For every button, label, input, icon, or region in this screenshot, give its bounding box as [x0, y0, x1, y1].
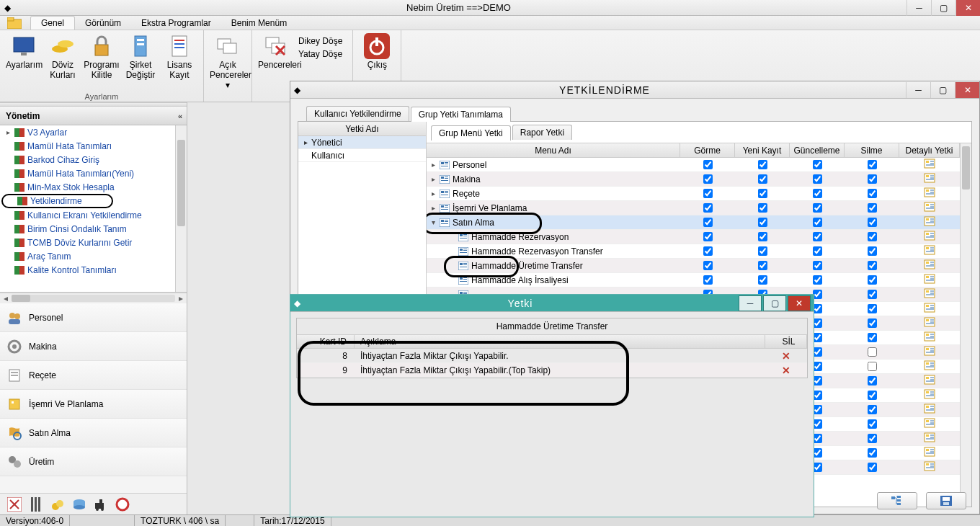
chk-yenikayit[interactable] — [758, 261, 767, 270]
tree-node[interactable]: Kalite Kontrol Tanımları — [0, 263, 175, 277]
tool-icon-2[interactable] — [29, 497, 43, 512]
grid-row[interactable]: Hammadde Rezervasyon Transfer — [427, 244, 960, 259]
chk-silme[interactable] — [868, 218, 877, 227]
detail-button[interactable] — [924, 389, 935, 399]
detail-button[interactable] — [924, 331, 935, 342]
detail-button[interactable] — [924, 259, 935, 269]
chk-silme[interactable] — [868, 189, 877, 198]
chk-silme[interactable] — [868, 232, 877, 241]
grid-scrollbar[interactable] — [960, 143, 971, 507]
chk-yenikayit[interactable] — [758, 232, 767, 241]
tree-node[interactable]: Min-Max Stok Hesapla — [0, 180, 175, 194]
grid-col-header[interactable]: Yeni Kayıt — [735, 143, 790, 157]
chk-silme[interactable] — [868, 405, 877, 414]
app-menu-icon[interactable] — [7, 17, 22, 29]
popup-close-button[interactable]: ✕ — [788, 295, 811, 311]
chk-silme[interactable] — [868, 246, 877, 256]
chk-gorme[interactable] — [703, 275, 713, 285]
chk-yenikayit[interactable] — [758, 275, 767, 285]
tool-icon-5[interactable] — [94, 497, 108, 512]
grid-col-header[interactable]: Güncelleme — [790, 143, 845, 157]
ribbon-windowsx[interactable]: Pencereleri — [258, 33, 294, 90]
chk-gorme[interactable] — [703, 246, 713, 256]
ribbon-doc[interactable]: LisansKayıt — [161, 33, 197, 81]
tree-node[interactable]: Barkod Cihaz Giriş — [0, 153, 175, 166]
tree-node[interactable]: Mamül Hata Tanımları(Yeni) — [0, 166, 175, 180]
chk-guncelleme[interactable] — [813, 261, 822, 270]
chk-guncelleme[interactable] — [813, 203, 822, 213]
chk-gorme[interactable] — [703, 203, 713, 213]
win-min-button[interactable]: ─ — [906, 82, 930, 98]
chk-silme[interactable] — [868, 160, 877, 169]
detail-button[interactable] — [924, 274, 935, 284]
tree-node[interactable]: Yetkilendirme — [1, 194, 113, 208]
ribbon-coins[interactable]: DövizKurları — [45, 33, 81, 81]
grid-col-header[interactable]: Menu Adı — [427, 143, 680, 157]
grid-row[interactable]: ▾Satın Alma — [427, 215, 960, 230]
chk-yenikayit[interactable] — [758, 203, 767, 213]
tab[interactable]: Grup Yetki Tanımlama — [411, 107, 511, 122]
chk-yenikayit[interactable] — [758, 174, 767, 184]
detail-button[interactable] — [924, 303, 935, 313]
detail-button[interactable] — [924, 231, 935, 241]
detail-button[interactable] — [924, 404, 935, 414]
tool-icon-6[interactable] — [115, 497, 130, 512]
ribbon-screen[interactable]: Ayarlarım — [6, 33, 42, 81]
tree-button[interactable] — [877, 492, 917, 509]
detail-button[interactable] — [924, 461, 935, 471]
chk-silme[interactable] — [868, 434, 877, 443]
grid-col-header[interactable]: Silme — [845, 143, 899, 157]
tool-icon-3[interactable] — [50, 497, 65, 512]
chk-guncelleme[interactable] — [813, 174, 822, 184]
chk-silme[interactable] — [868, 463, 877, 472]
grid-row[interactable]: ▸İşemri Ve Planlama — [427, 201, 960, 215]
detail-button[interactable] — [924, 360, 935, 370]
subtab[interactable]: Rapor Yetki — [512, 125, 572, 140]
detail-button[interactable] — [924, 288, 935, 298]
chk-gorme[interactable] — [703, 261, 713, 270]
detail-button[interactable] — [924, 375, 935, 385]
detail-button[interactable] — [924, 418, 935, 428]
subtab[interactable]: Grup Menü Yetki — [431, 125, 511, 141]
detail-button[interactable] — [924, 432, 935, 442]
chk-silme[interactable] — [868, 376, 877, 385]
tree-node[interactable]: Mamül Hata Tanımları — [0, 139, 175, 153]
popup-max-button[interactable]: ▢ — [763, 295, 786, 311]
tree-node[interactable]: Araç Tanım — [0, 249, 175, 263]
menu-ekstra programlar[interactable]: Ekstra Programlar — [131, 17, 221, 30]
chk-silme[interactable] — [868, 419, 877, 429]
arrange-option[interactable]: Yatay Döşe — [298, 49, 342, 59]
detail-button[interactable] — [924, 173, 935, 183]
tree-hscroll[interactable]: ◂▸ — [0, 293, 187, 303]
chk-silme[interactable] — [868, 275, 877, 285]
grid-row[interactable]: Hammadde Rezervasyon — [427, 230, 960, 244]
chk-yenikayit[interactable] — [758, 160, 767, 169]
yetki-adi-row[interactable]: ▸Yönetici — [298, 136, 426, 149]
chk-silme[interactable] — [868, 174, 877, 184]
tab[interactable]: Kullanıcı Yetkilendirme — [306, 106, 409, 121]
ribbon-server[interactable]: ŞirketDeğiştir — [122, 33, 159, 81]
chk-guncelleme[interactable] — [813, 160, 822, 169]
chk-silme[interactable] — [868, 347, 877, 357]
tool-icon-4[interactable] — [72, 497, 86, 512]
chk-gorme[interactable] — [703, 174, 713, 184]
win-max-button[interactable]: ▢ — [930, 82, 955, 98]
grid-row[interactable]: ▸Reçete — [427, 187, 960, 201]
chk-silme[interactable] — [868, 362, 877, 371]
chk-silme[interactable] — [868, 318, 877, 328]
sidebar-group-makina[interactable]: Makina — [0, 332, 187, 361]
chk-guncelleme[interactable] — [813, 189, 822, 198]
chk-silme[interactable] — [868, 203, 877, 213]
chk-silme[interactable] — [868, 448, 877, 458]
menu-benim menüm[interactable]: Benim Menüm — [221, 17, 297, 30]
tool-icon-1[interactable] — [7, 497, 22, 512]
sidebar-group-personel[interactable]: Personel — [0, 303, 187, 332]
ribbon-lock[interactable]: ProgramıKilitle — [84, 33, 120, 81]
win-close-button[interactable]: ✕ — [955, 82, 979, 98]
ribbon-windows[interactable]: AçıkPencereler ▾ — [210, 33, 246, 90]
popup-row[interactable]: 9İhtiyaçtan Fazla Miktar Çıkışı Yapabili… — [297, 363, 807, 378]
delete-button[interactable]: ✕ — [765, 365, 807, 376]
chk-gorme[interactable] — [703, 189, 713, 198]
popup-row[interactable]: 8İhtiyaçtan Fazla Miktar Çıkışı Yapabili… — [297, 349, 807, 363]
arrange-option[interactable]: Dikey Döşe — [298, 36, 342, 46]
